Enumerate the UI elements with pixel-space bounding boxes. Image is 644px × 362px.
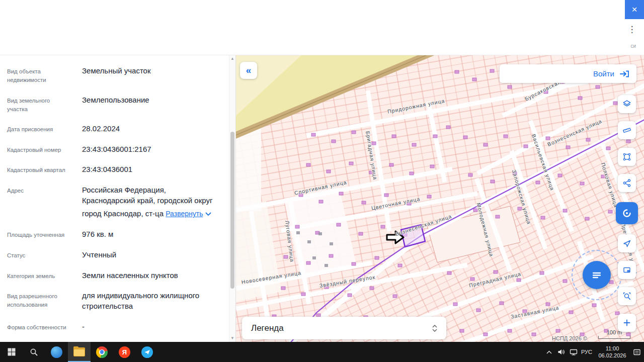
field-value: для индивидуального жилищного строительс… bbox=[82, 291, 214, 311]
windows-taskbar: Я РУС 11:00 06.02.2026 bbox=[0, 342, 644, 362]
taskbar-telegram[interactable] bbox=[136, 342, 158, 362]
assistant-icon bbox=[621, 208, 632, 219]
folder-icon bbox=[73, 347, 85, 356]
field-label: Кадастровый квартал bbox=[7, 164, 67, 175]
frame-icon bbox=[622, 265, 631, 275]
field-value: 23:43:0436001 bbox=[82, 164, 214, 175]
row-status: Статус Учтенный bbox=[0, 245, 229, 265]
expand-label: Развернуть bbox=[166, 209, 203, 219]
taskbar-search-button[interactable] bbox=[23, 342, 45, 362]
assistant-button[interactable] bbox=[616, 202, 638, 224]
field-label: Статус bbox=[7, 250, 67, 260]
clock[interactable]: 11:00 06.02.2026 bbox=[594, 342, 631, 362]
browser-top-strip: × ⋮ си bbox=[0, 0, 644, 55]
row-parcel-type: Вид земельного участка Землепользование bbox=[0, 90, 229, 119]
scroll-down-arrow[interactable]: ▼ bbox=[229, 335, 235, 341]
taskbar-yandex[interactable]: Я bbox=[113, 342, 136, 362]
kebab-menu-icon: ⋮ bbox=[628, 24, 636, 35]
measure-button[interactable] bbox=[618, 121, 636, 139]
field-value: 23:43:0436001:2167 bbox=[82, 144, 214, 155]
taskbar-app-blue[interactable] bbox=[45, 342, 68, 362]
zoom-in-button[interactable] bbox=[618, 314, 636, 332]
chrome-icon bbox=[96, 346, 108, 358]
location-arrow-icon bbox=[622, 239, 631, 248]
language-indicator[interactable]: РУС bbox=[580, 342, 594, 362]
field-value: 28.02.2024 bbox=[82, 124, 214, 134]
share-icon bbox=[622, 178, 631, 188]
layers-button[interactable] bbox=[618, 95, 636, 113]
layers-icon bbox=[622, 100, 631, 109]
field-label: Вид объекта недвижимости bbox=[7, 66, 67, 85]
field-label: Площадь уточненная bbox=[7, 229, 67, 240]
field-label: Кадастровый номер bbox=[7, 144, 67, 155]
legend-label: Легенда bbox=[251, 323, 284, 333]
collapse-panel-button[interactable]: « bbox=[240, 62, 257, 79]
ruler-icon bbox=[622, 126, 631, 135]
field-value: 976 кв. м bbox=[82, 229, 214, 240]
taskbar-file-explorer[interactable] bbox=[68, 342, 91, 362]
hidden-icons-button[interactable] bbox=[543, 342, 555, 362]
chevron-down-icon bbox=[205, 212, 211, 216]
row-address: Адрес Российская Федерация, Краснодарски… bbox=[0, 180, 229, 224]
row-land-category: Категория земель Земли населенных пункто… bbox=[0, 265, 229, 286]
scrollbar-thumb[interactable] bbox=[230, 132, 234, 289]
row-cadastral-value-partial: 1 075 384,64 bbox=[0, 337, 229, 342]
search-area-icon bbox=[622, 292, 631, 301]
telegram-icon bbox=[141, 346, 153, 358]
scroll-up-arrow[interactable]: ▲ bbox=[229, 56, 235, 62]
taskbar-chrome[interactable] bbox=[91, 342, 113, 362]
share-button[interactable] bbox=[618, 174, 636, 192]
map-copyright: НСПД 2026 © bbox=[552, 335, 587, 341]
partial-text: си bbox=[630, 43, 636, 49]
network-icon bbox=[570, 348, 578, 356]
field-value: Российская Федерация, Краснодарский край… bbox=[82, 185, 214, 219]
object-info-panel: Вид объекта недвижимости Земельный участ… bbox=[0, 55, 229, 342]
close-icon: × bbox=[631, 4, 637, 15]
chat-lines-icon bbox=[590, 268, 603, 282]
plus-icon bbox=[622, 318, 631, 327]
field-value: Земли населенных пунктов bbox=[82, 270, 214, 281]
blue-app-icon bbox=[51, 346, 62, 358]
yandex-icon: Я bbox=[119, 346, 130, 358]
row-cadastral-number: Кадастровый номер 23:43:0436001:2167 bbox=[0, 139, 229, 160]
notification-icon bbox=[633, 348, 641, 356]
chevron-up-icon bbox=[546, 350, 552, 354]
scale-line bbox=[598, 336, 630, 339]
close-button[interactable]: × bbox=[625, 0, 644, 19]
field-value: Земельный участок bbox=[82, 66, 214, 85]
field-value: Учтенный bbox=[82, 250, 214, 260]
field-label: Форма собственности bbox=[7, 322, 67, 332]
panel-scrollbar[interactable]: ▲ ▼ bbox=[229, 55, 235, 342]
area-tool-button[interactable] bbox=[618, 148, 636, 166]
row-ownership: Форма собственности - bbox=[0, 317, 229, 337]
row-cadastral-block: Кадастровый квартал 23:43:0436001 bbox=[0, 159, 229, 180]
tray-time: 11:00 bbox=[606, 345, 619, 352]
speaker-icon bbox=[557, 348, 565, 355]
login-button[interactable]: Войти bbox=[500, 64, 636, 83]
frame-button[interactable] bbox=[618, 261, 636, 279]
locate-button[interactable] bbox=[618, 234, 636, 252]
volume-button[interactable] bbox=[555, 342, 568, 362]
row-assign-date: Дата присвоения 28.02.2024 bbox=[0, 119, 229, 139]
network-button[interactable] bbox=[568, 342, 580, 362]
start-button[interactable] bbox=[0, 342, 23, 362]
legend-expand-icon bbox=[432, 325, 437, 332]
field-label: Вид земельного участка bbox=[7, 95, 67, 114]
map-canvas[interactable]: Придорожная улица Бригадная улица Спорти… bbox=[235, 55, 644, 342]
row-object-type: Вид объекта недвижимости Земельный участ… bbox=[0, 61, 229, 90]
area-icon bbox=[622, 152, 631, 161]
field-label: Категория земель bbox=[7, 270, 67, 281]
chat-fab-button[interactable] bbox=[583, 261, 611, 289]
legend-bar[interactable]: Легенда bbox=[242, 317, 446, 339]
action-center-button[interactable] bbox=[631, 342, 643, 362]
search-area-button[interactable] bbox=[618, 287, 636, 305]
row-area: Площадь уточненная 976 кв. м bbox=[0, 224, 229, 245]
field-label: Вид разрешенного использования bbox=[7, 291, 67, 311]
search-icon bbox=[30, 348, 38, 356]
expand-address-link[interactable]: Развернуть bbox=[166, 209, 211, 219]
browser-menu-button[interactable]: ⋮ bbox=[626, 23, 637, 35]
login-label: Войти bbox=[593, 69, 614, 78]
row-permitted-use: Вид разрешенного использования для индив… bbox=[0, 286, 229, 316]
field-label: Дата присвоения bbox=[7, 124, 67, 134]
system-tray: РУС 11:00 06.02.2026 bbox=[543, 342, 644, 362]
